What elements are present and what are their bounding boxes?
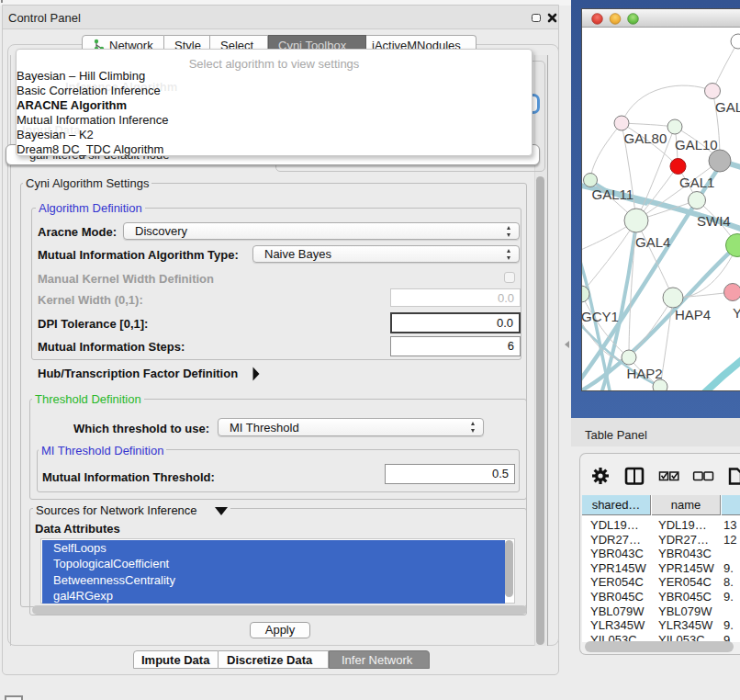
svg-text:GAL10: GAL10	[675, 137, 718, 152]
svg-text:SWI4: SWI4	[697, 213, 731, 229]
svg-text:GAL11: GAL11	[592, 186, 634, 202]
svg-text:GAL80: GAL80	[624, 130, 667, 146]
svg-text:GAL4: GAL4	[635, 234, 670, 250]
svg-text:Y: Y	[733, 305, 740, 321]
svg-text:GCY1: GCY1	[582, 309, 619, 324]
svg-text:GAL1: GAL1	[679, 175, 714, 190]
svg-text:HAP4: HAP4	[675, 307, 711, 322]
svg-text:HAP2: HAP2	[627, 366, 663, 381]
svg-text:GAL: GAL	[715, 99, 740, 115]
